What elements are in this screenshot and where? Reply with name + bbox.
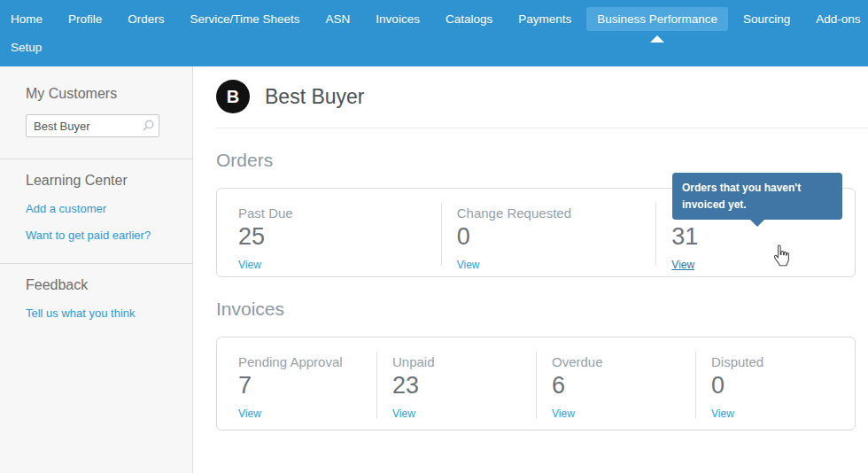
stat-value: 0 [711, 373, 855, 399]
stat-overdue: Overdue 6 View [536, 337, 695, 430]
nav-item-home[interactable]: Home [0, 7, 53, 31]
active-tab-caret-icon [650, 35, 664, 43]
stat-value: 0 [457, 224, 656, 251]
learning-center-heading: Learning Center [26, 159, 171, 189]
stat-label: Past Due [238, 205, 441, 221]
stat-pending-approval: Pending Approval 7 View [217, 337, 376, 430]
search-icon[interactable] [141, 119, 155, 136]
nav-item-business-performance[interactable]: Business Performance [586, 7, 728, 31]
main-content: B Best Buyer Orders Past Due 25 View Cha… [193, 66, 868, 473]
nav-item-add-ons[interactable]: Add-ons [805, 7, 868, 31]
customer-name-title: Best Buyer [265, 85, 365, 109]
nav-item-catalogs[interactable]: Catalogs [435, 7, 503, 31]
tooltip-text: Orders that you haven't invoiced yet. [682, 182, 801, 211]
stat-value: 7 [238, 373, 376, 399]
invoices-section-heading: Invoices [216, 299, 868, 320]
nav-item-asn[interactable]: ASN [315, 7, 361, 31]
customer-avatar: B [216, 80, 250, 113]
customer-search-input[interactable] [26, 114, 159, 137]
stat-label: Unpaid [392, 354, 536, 369]
customer-search [26, 114, 159, 137]
stat-change-requested: Change Requested 0 View [441, 189, 656, 276]
view-link-change-requested[interactable]: View [457, 259, 480, 271]
view-link-past-due[interactable]: View [238, 259, 261, 271]
stat-label: Disputed [711, 354, 855, 369]
invoices-stats-card: Pending Approval 7 View Unpaid 23 View O… [216, 337, 856, 430]
nav-item-invoices[interactable]: Invoices [365, 7, 430, 31]
nav-item-service-time-sheets[interactable]: Service/Time Sheets [180, 7, 311, 31]
stat-label: Pending Approval [238, 354, 376, 369]
view-link-unpaid[interactable]: View [392, 407, 415, 420]
stat-disputed: Disputed 0 View [695, 337, 855, 430]
sidebar: My Customers Learning Center Add a custo… [0, 66, 193, 473]
stat-value: 23 [392, 373, 536, 399]
stat-value: 25 [238, 224, 441, 251]
cursor-hand-icon [771, 244, 792, 272]
not-invoiced-tooltip: Orders that you haven't invoiced yet. [672, 173, 842, 220]
customer-header: B Best Buyer [193, 66, 868, 113]
nav-row-secondary: Setup [0, 35, 868, 59]
view-link-not-invoiced[interactable]: View [671, 259, 694, 271]
sidebar-link-tell-us-what-you-think[interactable]: Tell us what you think [26, 306, 171, 320]
nav-item-sourcing[interactable]: Sourcing [732, 7, 801, 31]
stat-value: 6 [552, 373, 695, 399]
stat-past-due: Past Due 25 View [217, 189, 441, 276]
nav-item-profile[interactable]: Profile [58, 7, 112, 31]
sidebar-link-get-paid-earlier[interactable]: Want to get paid earlier? [26, 229, 171, 242]
view-link-disputed[interactable]: View [711, 407, 734, 420]
orders-section-heading: Orders [216, 150, 868, 171]
sidebar-link-add-a-customer[interactable]: Add a customer [26, 202, 171, 215]
nav-item-payments[interactable]: Payments [508, 7, 582, 31]
tooltip-arrow-icon [750, 220, 764, 227]
view-link-pending-approval[interactable]: View [238, 407, 261, 420]
my-customers-heading: My Customers [26, 66, 171, 102]
stat-label: Change Requested [457, 205, 656, 221]
nav-item-setup[interactable]: Setup [0, 35, 52, 59]
page: Home Profile Orders Service/Time Sheets … [0, 0, 868, 473]
nav-item-orders[interactable]: Orders [117, 7, 174, 31]
stat-unpaid: Unpaid 23 View [376, 337, 536, 430]
stat-value: 31 [671, 224, 855, 251]
nav-row-primary: Home Profile Orders Service/Time Sheets … [0, 0, 868, 31]
nav-item-label: Business Performance [597, 12, 717, 26]
stat-label: Overdue [552, 354, 695, 369]
feedback-heading: Feedback [26, 264, 171, 293]
view-link-overdue[interactable]: View [552, 407, 575, 420]
top-navigation: Home Profile Orders Service/Time Sheets … [0, 0, 868, 66]
header-divider [214, 128, 868, 128]
